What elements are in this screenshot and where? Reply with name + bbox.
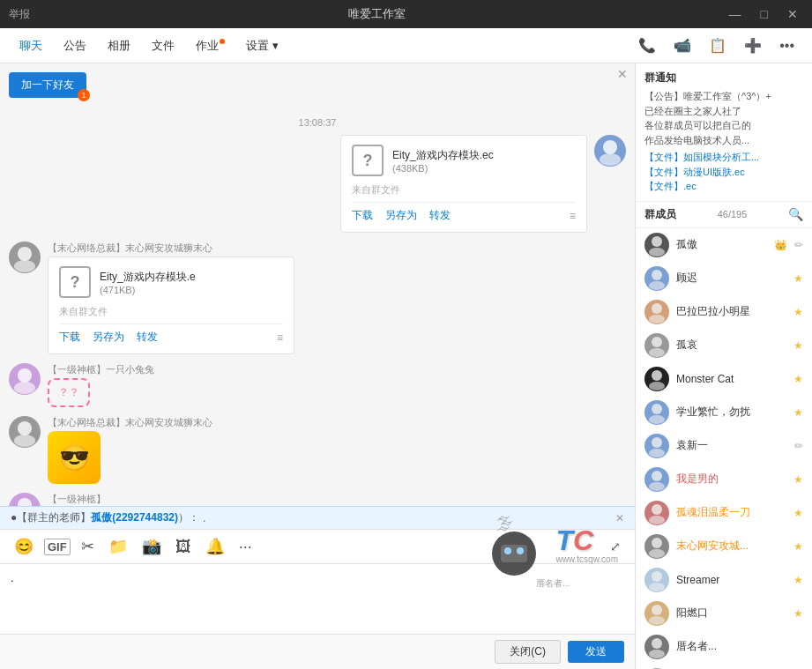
mention-name: 孤傲(2292744832) [91, 510, 178, 525]
minimize-btn[interactable]: — [724, 5, 747, 23]
list-item[interactable]: 袁新一 ✏ [636, 429, 812, 463]
emoji-btn[interactable]: 😊 [11, 535, 37, 558]
board-icon-btn[interactable]: 📋 [702, 33, 734, 57]
svg-point-11 [649, 248, 665, 256]
download-btn[interactable]: 下载 [352, 208, 373, 223]
svg-point-6 [18, 421, 32, 435]
table-row: 【末心网络总裁】末心网安攻城狮末心 ? Eity_游戏内存模块.e (471KB… [9, 242, 626, 354]
mention-dot: . [203, 512, 205, 524]
expand-btn[interactable]: ⤢ [607, 538, 624, 555]
avatar [644, 300, 669, 324]
members-search-btn[interactable]: 🔍 [788, 207, 803, 221]
close-window-btn[interactable]: ✕ [782, 5, 803, 23]
svg-point-35 [649, 650, 665, 658]
list-item[interactable]: 孤傲 👑 ✏ [636, 228, 812, 262]
svg-point-33 [649, 616, 665, 625]
mention-close-btn[interactable]: ✕ [615, 512, 624, 524]
close-hint-btn[interactable]: ✕ [617, 67, 628, 81]
notice-file-link-3[interactable]: 【文件】.ec [644, 181, 697, 191]
notice-file-link-2[interactable]: 【文件】动漫UI版肤.ec [644, 167, 745, 177]
file-more-btn[interactable]: ≡ [570, 210, 576, 222]
member-name: 学业繁忙，勿扰 [676, 405, 786, 420]
member-name: 我是男的 [676, 472, 786, 487]
members-list: 孤傲 👑 ✏ 顾迟 ★ 巴拉巴拉小明星 ★ [636, 228, 812, 670]
menu-chat[interactable]: 聊天 [11, 34, 51, 57]
file-icon: ? [59, 266, 91, 298]
forward-btn[interactable]: 转发 [137, 330, 158, 345]
notice-file-link-1[interactable]: 【文件】如国模块分析工... [644, 152, 759, 162]
forward-btn[interactable]: 转发 [429, 208, 451, 223]
svg-point-10 [652, 236, 662, 247]
list-item[interactable]: 巴拉巴拉小明星 ★ [636, 295, 812, 329]
phone-icon-btn[interactable]: 📞 [631, 33, 663, 57]
member-name: 巴拉巴拉小明星 [676, 304, 786, 319]
file-size: (438KB) [392, 163, 494, 174]
gif-btn[interactable]: GIF [44, 539, 71, 555]
report-btn[interactable]: 举报 [9, 7, 30, 22]
svg-point-12 [652, 270, 662, 280]
avatar [644, 333, 669, 358]
file-name: Eity_游戏内存模块.e [100, 270, 196, 285]
member-name: 厝名者... [676, 639, 803, 654]
image-btn[interactable]: 🖼 [172, 536, 195, 558]
menu-homework[interactable]: 作业 [187, 34, 234, 57]
video-icon-btn[interactable]: 📹 [667, 33, 698, 57]
list-item[interactable]: 末心网安攻城... ★ [636, 530, 812, 563]
avatar [9, 242, 41, 273]
list-item[interactable]: Monster Cat ★ [636, 362, 812, 396]
save-as-btn[interactable]: 另存为 [385, 208, 417, 223]
list-item[interactable]: 空 [636, 664, 812, 670]
title-bar-controls: — □ ✕ [724, 5, 803, 23]
member-edit-icon: ✏ [794, 239, 803, 251]
members-title: 群成员 [644, 207, 676, 222]
menu-settings[interactable]: 设置 ▾ [237, 34, 287, 57]
menu-notice[interactable]: 公告 [55, 34, 95, 57]
avatar [644, 434, 669, 458]
list-item[interactable]: Streamer ★ [636, 563, 812, 597]
close-chat-btn[interactable]: 关闭(C) [495, 640, 561, 664]
list-item[interactable]: 顾迟 ★ [636, 262, 812, 295]
scissors-btn[interactable]: ✂ [78, 535, 98, 558]
menu-file[interactable]: 文件 [143, 34, 183, 57]
table-row: 【一级神柩】一只小兔兔 ？？ [9, 363, 626, 407]
menu-album[interactable]: 相册 [99, 34, 139, 57]
more-icon-btn[interactable]: ••• [772, 34, 801, 57]
svg-point-29 [649, 549, 665, 558]
list-item[interactable]: 孤魂泪温柔一刀 ★ [636, 496, 812, 530]
file-header: ? Eity_游戏内存模块.ec (438KB) [352, 145, 576, 176]
title-bar-left: 举报 [9, 7, 30, 22]
sticker-image: 😎 [48, 431, 101, 484]
right-panel: 群通知 【公告】唯爱工作室（^3^）+已经在圈主之家人社了各位群成员可以把自己的… [636, 63, 812, 669]
list-item[interactable]: 我是男的 ★ [636, 463, 812, 496]
save-as-btn[interactable]: 另存为 [93, 330, 124, 345]
send-btn[interactable]: 发送 [568, 641, 624, 663]
group-notice-text: 【公告】唯爱工作室（^3^）+已经在圈主之家人社了各位群成员可以把自己的作品发给… [644, 89, 803, 194]
file-more-btn[interactable]: ≡ [277, 331, 283, 344]
list-item[interactable]: 学业繁忙，勿扰 ★ [636, 396, 812, 429]
file-name: Eity_游戏内存模块.ec [392, 148, 494, 163]
svg-point-28 [652, 538, 662, 548]
member-star-icon: ★ [793, 406, 803, 419]
list-item[interactable]: 阳燃口 ★ [636, 597, 812, 630]
maximize-btn[interactable]: □ [756, 5, 773, 23]
list-item[interactable]: 厝名者... [636, 630, 812, 664]
message-input[interactable]: . [11, 571, 624, 615]
folder-btn[interactable]: 📁 [105, 535, 131, 558]
more-toolbar-btn[interactable]: ··· [235, 536, 256, 558]
add-icon-btn[interactable]: ➕ [737, 33, 769, 57]
screenshot-btn[interactable]: 📸 [138, 535, 165, 558]
notify-btn[interactable]: 🔔 [202, 535, 228, 558]
svg-point-20 [652, 404, 662, 414]
svg-point-14 [652, 303, 662, 314]
file-actions: 下载 另存为 转发 ≡ [59, 323, 283, 345]
avatar [644, 400, 669, 425]
file-actions: 下载 另存为 转发 ≡ [352, 202, 576, 223]
chat-area: ✕ 加一下好友 1 13:08:37 ? [0, 63, 636, 669]
download-btn[interactable]: 下载 [59, 330, 80, 345]
add-friend-btn[interactable]: 加一下好友 1 [9, 72, 86, 98]
list-item[interactable]: 孤哀 ★ [636, 329, 812, 362]
input-toolbar: 😊 GIF ✂ 📁 📸 🖼 🔔 ··· ⤢ [0, 529, 635, 563]
file-size: (471KB) [100, 285, 196, 295]
avatar [9, 363, 41, 395]
chat-messages[interactable]: ✕ 加一下好友 1 13:08:37 ? [0, 63, 635, 506]
